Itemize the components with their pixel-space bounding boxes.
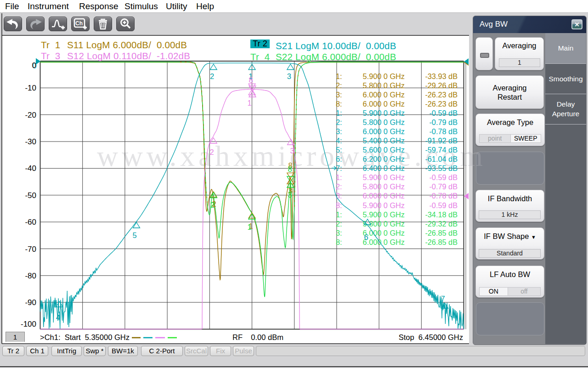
svg-text:0: 0: [32, 61, 36, 70]
svg-text:3:: 3:: [336, 229, 342, 237]
svg-text:1: 1: [247, 223, 251, 231]
svg-text:-26.23 dB: -26.23 dB: [425, 91, 458, 99]
svg-text:8: 8: [249, 76, 253, 84]
svg-text:8:: 8:: [336, 238, 342, 246]
svg-text:2:: 2:: [336, 182, 342, 191]
svg-text:3:: 3:: [336, 91, 342, 99]
svg-text:-61.04 dB: -61.04 dB: [425, 155, 458, 163]
svg-text:5.900 0 GHz: 5.900 0 GHz: [363, 72, 405, 80]
svg-text:3:: 3:: [336, 192, 342, 200]
svg-text:-0.79 dB: -0.79 dB: [429, 182, 458, 191]
svg-text:5.800 0 GHz: 5.800 0 GHz: [363, 118, 405, 126]
svg-text:1:: 1:: [336, 210, 342, 219]
svg-text:5.800 0 GHz: 5.800 0 GHz: [363, 182, 405, 191]
svg-text:5.600 0 GHz: 5.600 0 GHz: [363, 146, 405, 154]
svg-text:8:: 8:: [336, 201, 342, 209]
svg-text:-33.93 dB: -33.93 dB: [425, 72, 458, 80]
svg-text:5.900 0 GHz: 5.900 0 GHz: [363, 173, 405, 181]
svg-text:5:: 5:: [336, 146, 342, 154]
svg-text:-20: -20: [25, 111, 36, 119]
svg-text:6.000 0 GHz: 6.000 0 GHz: [363, 91, 405, 99]
svg-text:6.000 0 GHz: 6.000 0 GHz: [363, 238, 405, 246]
svg-text:5.900 0 GHz: 5.900 0 GHz: [363, 210, 405, 219]
svg-text:2:: 2:: [336, 118, 342, 126]
svg-text:2: 2: [210, 72, 214, 80]
svg-text:RF 0.00 dBm: RF 0.00 dBm: [232, 333, 283, 341]
svg-text:6.200 0 GHz: 6.200 0 GHz: [363, 155, 405, 163]
svg-text:5.800 0 GHz: 5.800 0 GHz: [363, 81, 405, 90]
svg-text:8:: 8:: [336, 100, 342, 108]
svg-text:Stop 6.45000 GHz: Stop 6.45000 GHz: [399, 333, 463, 341]
svg-text:5: 5: [132, 231, 136, 239]
svg-text:6.000 0 GHz: 6.000 0 GHz: [363, 192, 405, 200]
svg-text:-0.59 dB: -0.59 dB: [429, 173, 458, 181]
svg-text:2:: 2:: [336, 220, 342, 228]
svg-text:1:: 1:: [336, 109, 342, 117]
svg-text:-34.18 dB: -34.18 dB: [425, 210, 458, 219]
svg-text:6.000 0 GHz: 6.000 0 GHz: [363, 229, 405, 237]
svg-text:-60: -60: [25, 218, 36, 226]
svg-text:1:: 1:: [336, 173, 342, 181]
svg-text:4:: 4:: [336, 136, 342, 145]
svg-text:>Ch1: Start 5.35000 GHz: >Ch1: Start 5.35000 GHz: [40, 333, 130, 341]
svg-text:7:: 7:: [336, 164, 342, 172]
svg-text:-26.85 dB: -26.85 dB: [425, 229, 458, 237]
svg-text:3: 3: [288, 191, 292, 199]
svg-text:-90: -90: [25, 298, 36, 307]
svg-text:2:: 2:: [336, 81, 342, 90]
svg-text:-100: -100: [21, 320, 36, 328]
svg-text:-50: -50: [25, 191, 36, 200]
svg-text:-40: -40: [25, 164, 36, 173]
svg-text:6.000 0 GHz: 6.000 0 GHz: [363, 127, 405, 136]
svg-text:-29.26 dB: -29.26 dB: [425, 81, 458, 90]
svg-text:3:: 3:: [336, 127, 342, 136]
svg-text:1: 1: [247, 99, 251, 107]
svg-text:2: 2: [209, 148, 214, 156]
svg-text:-93.55 dB: -93.55 dB: [425, 164, 458, 172]
svg-text:-59.74 dB: -59.74 dB: [425, 146, 458, 154]
svg-text:-91.92 dB: -91.92 dB: [425, 136, 458, 145]
svg-text:-0.78 dB: -0.78 dB: [429, 192, 458, 200]
svg-text:-10: -10: [25, 84, 36, 92]
svg-text:7: 7: [441, 294, 445, 303]
svg-text:4: 4: [56, 313, 60, 322]
svg-text:6:: 6:: [336, 155, 342, 163]
svg-text:5.900 0 GHz: 5.900 0 GHz: [363, 201, 405, 209]
svg-text:-80: -80: [25, 272, 36, 280]
svg-text:1:: 1:: [336, 72, 342, 80]
svg-text:5.400 0 GHz: 5.400 0 GHz: [363, 136, 405, 145]
svg-text:-29.32 dB: -29.32 dB: [425, 220, 458, 228]
svg-text:8: 8: [288, 165, 292, 173]
svg-text:-0.59 dB: -0.59 dB: [429, 201, 458, 209]
svg-text:-0.78 dB: -0.78 dB: [429, 127, 458, 136]
svg-text:-26.23 dB: -26.23 dB: [425, 100, 458, 108]
svg-text:3: 3: [290, 147, 294, 155]
svg-text:6.400 0 GHz: 6.400 0 GHz: [363, 164, 405, 172]
svg-text:-26.85 dB: -26.85 dB: [425, 238, 458, 246]
svg-text:-30: -30: [25, 137, 36, 146]
svg-text:-0.79 dB: -0.79 dB: [429, 118, 458, 126]
svg-text:2: 2: [210, 201, 214, 209]
svg-text:-70: -70: [25, 245, 36, 254]
svg-text:6: 6: [364, 233, 368, 241]
svg-text:5.900 0 GHz: 5.900 0 GHz: [363, 109, 405, 117]
svg-text:3: 3: [287, 72, 291, 80]
svg-text:6.000 0 GHz: 6.000 0 GHz: [363, 100, 405, 108]
svg-text:-0.59 dB: -0.59 dB: [429, 109, 458, 117]
